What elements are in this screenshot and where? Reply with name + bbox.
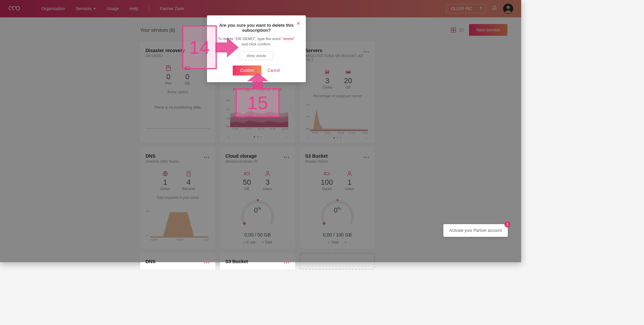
modal-title: Are you sure you want to delete this sub… xyxy=(215,23,298,33)
cancel-button[interactable]: Cancel xyxy=(267,68,280,73)
close-icon[interactable]: ✕ xyxy=(296,21,300,26)
toast-partner[interactable]: Activate your Partner account 2 xyxy=(443,224,508,237)
delete-confirm-modal: ✕ Are you sure you want to delete this s… xyxy=(207,15,306,82)
confirm-button[interactable]: Confirm xyxy=(233,65,261,75)
toast-badge: 2 xyxy=(504,221,510,227)
delete-confirm-input[interactable] xyxy=(240,51,273,60)
modal-text: To delete "DR DEMO", type the word "dele… xyxy=(215,36,298,47)
